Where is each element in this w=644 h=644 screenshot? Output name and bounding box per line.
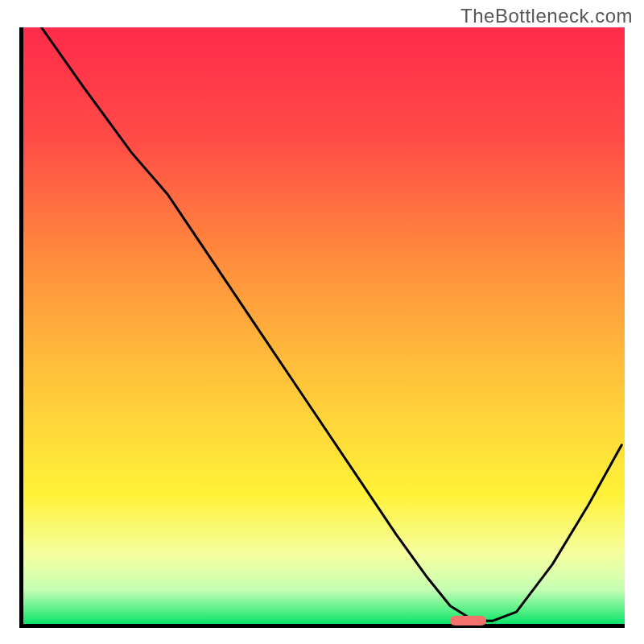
optimum-marker [450, 616, 486, 625]
watermark-text: TheBottleneck.com [460, 5, 633, 27]
chart-container: TheBottleneck.com [0, 0, 644, 644]
plot-area [19, 27, 625, 628]
chart-svg [19, 27, 625, 628]
gradient-background [22, 27, 625, 626]
